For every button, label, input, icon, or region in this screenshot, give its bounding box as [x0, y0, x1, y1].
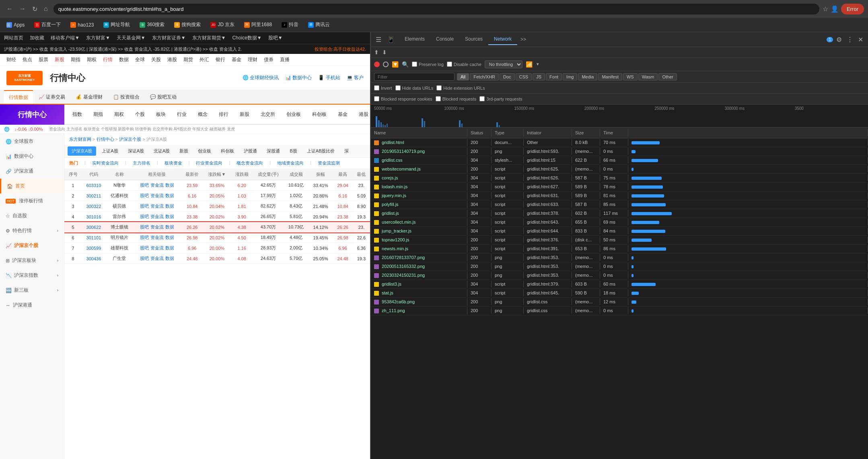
cat-forex[interactable]: 外汇 — [200, 56, 209, 63]
mc-tab-stocks[interactable]: 个股 — [131, 109, 149, 120]
hide-data-urls-checkbox[interactable] — [395, 85, 401, 91]
sidebar-hk-connect[interactable]: 🔗 沪深京通 — [0, 164, 64, 179]
back-button[interactable]: ← — [4, 4, 15, 14]
cat-focus[interactable]: 焦点 — [23, 56, 32, 63]
th-initiator[interactable]: Initiator — [524, 129, 572, 136]
mc-tab-concept[interactable]: 概念 — [194, 109, 212, 120]
address-bar[interactable] — [53, 4, 819, 14]
filter-realtime-flow[interactable]: 实时资金流向 — [92, 160, 119, 166]
cat-finance[interactable]: 财经 — [6, 56, 16, 63]
cat-hk[interactable]: 关股 — [151, 56, 161, 63]
table-row[interactable]: 5 300622 博士眼镜 股吧资金流数据 26.26 20.02% 4.38 … — [64, 222, 370, 233]
forward-button[interactable]: → — [17, 4, 28, 14]
subtab-bj-a[interactable]: 北证A股 — [150, 146, 174, 156]
devtools-close-button[interactable]: ✕ — [856, 35, 865, 44]
cell-code[interactable]: 300622 — [82, 222, 106, 233]
filter-manifest[interactable]: Manifest — [598, 73, 622, 80]
devtools-inspect-button[interactable]: ☰ — [374, 35, 383, 44]
network-filter-input[interactable] — [374, 73, 455, 81]
devtools-device-button[interactable]: 📱 — [385, 35, 397, 44]
tab-market-data[interactable]: 行情数据 — [4, 90, 33, 104]
network-row[interactable]: 953842ca6b.png 200 png gridlist.css (mem… — [371, 298, 868, 307]
disable-cache-label[interactable]: Disable cache — [447, 62, 481, 67]
cat-futures-idx[interactable]: 期指 — [71, 56, 80, 63]
bookmark-sogou[interactable]: 搜 搜狗搜索 — [172, 21, 203, 29]
filter-media[interactable]: Media — [578, 73, 597, 80]
mc-tab-options[interactable]: 期权 — [110, 109, 128, 120]
filter-ws[interactable]: WS — [623, 73, 638, 80]
th-price[interactable]: 最新价 — [181, 169, 204, 180]
portfolio-link[interactable]: 投资组合:高手日收益达42. — [315, 46, 366, 52]
th-name[interactable]: Name — [371, 129, 467, 136]
th-status[interactable]: Status — [467, 129, 492, 136]
hide-ext-urls-checkbox[interactable] — [436, 85, 442, 91]
nav-choice[interactable]: Choice数据▼ — [232, 35, 261, 41]
network-row[interactable]: 20230324150231.png 200 png gridlist.html… — [371, 271, 868, 280]
nav-futures[interactable]: 东方财富期货▼ — [192, 35, 226, 41]
third-party-label[interactable]: 3rd-party requests — [479, 96, 522, 101]
tab-more[interactable]: >> — [517, 35, 529, 44]
cat-funds[interactable]: 基金 — [232, 56, 241, 63]
link-client[interactable]: 💻 客户 — [347, 74, 364, 81]
subtab-sz-a[interactable]: 深证A股 — [124, 146, 148, 156]
cell-name[interactable]: N墩华 — [106, 180, 133, 191]
invert-checkbox[interactable] — [374, 85, 379, 91]
sidebar-watchlist[interactable]: ☆ 自选股 — [0, 208, 64, 223]
filter-all[interactable]: All — [457, 73, 469, 80]
nav-tianhong[interactable]: 天天基金网▼ — [117, 35, 146, 41]
network-row[interactable]: 20190531140719.png 200 png gridlist.html… — [371, 147, 868, 156]
network-row[interactable]: 20200513165332.png 200 png gridlist.html… — [371, 262, 868, 271]
stop-button[interactable] — [383, 62, 389, 67]
table-row[interactable]: 8 300436 广生堂 股吧资金流数据 24.48 20.00% 4.08 2… — [64, 253, 370, 264]
bookmark-apps[interactable]: ⊞ Apps — [4, 21, 27, 29]
mc-tab-industry[interactable]: 行业 — [173, 109, 191, 120]
mc-tab-index[interactable]: 指数 — [68, 109, 86, 120]
bookmark-ali[interactable]: 阿 阿里1688 — [242, 21, 274, 29]
th-amplitude[interactable]: 振幅 — [309, 169, 333, 180]
disable-cache-checkbox[interactable] — [447, 62, 452, 67]
cell-name[interactable]: 明月镜片 — [106, 233, 133, 243]
blocked-requests-label[interactable]: Blocked requests — [436, 96, 476, 101]
filter-img[interactable]: Img — [563, 73, 577, 80]
cell-code[interactable]: 300599 — [82, 243, 106, 253]
cat-data[interactable]: 数据 — [119, 56, 129, 63]
mc-tab-new-stocks[interactable]: 新股 — [236, 109, 253, 120]
mc-tab-rank[interactable]: 排行 — [215, 109, 232, 120]
cell-name[interactable]: 博士眼镜 — [106, 222, 133, 233]
table-row[interactable]: 6 301101 明月镜片 股吧资金流数据 26.98 20.02% 4.50 … — [64, 233, 370, 243]
tab-sources[interactable]: Sources — [459, 34, 488, 45]
table-row[interactable]: 3 300322 硕贝德 股吧资金流数据 10.84 20.04% 1.81 8… — [64, 201, 370, 212]
cat-hkstocks[interactable]: 港股 — [167, 56, 177, 63]
mc-tab-funds[interactable]: 基金 — [334, 109, 352, 120]
nav-home[interactable]: 网站首页 — [4, 35, 23, 41]
link-mobile[interactable]: 📱 手机站 — [318, 74, 340, 81]
cat-live[interactable]: 直播 — [280, 56, 290, 63]
th-high[interactable]: 最高 — [333, 169, 352, 180]
filter-doc[interactable]: Doc — [500, 73, 515, 80]
tab-console[interactable]: Console — [430, 34, 459, 45]
bookmark-button[interactable]: ☆ — [823, 5, 828, 13]
network-row[interactable]: jquery.min.js 304 script gridlist.html:6… — [371, 191, 868, 200]
filter-fetch[interactable]: Fetch/XHR — [470, 73, 499, 80]
tab-portfolio[interactable]: 📋 投资组合 — [108, 90, 144, 104]
cat-new-stocks[interactable]: 新股 — [55, 56, 64, 63]
tab-elements[interactable]: Elements — [399, 34, 430, 45]
nav-eastmoney[interactable]: 东方财富▼ — [86, 35, 110, 41]
nav-bookmark[interactable]: 加收藏 — [30, 35, 44, 41]
preserve-log-checkbox[interactable] — [412, 62, 417, 67]
home-button[interactable]: ⌂ — [41, 4, 50, 14]
invert-label[interactable]: Invert — [374, 85, 392, 91]
refresh-button[interactable]: ↻ — [30, 4, 40, 14]
cell-code[interactable]: 300211 — [82, 191, 106, 201]
sidebar-shenzhen-a[interactable]: 📈 沪深京个股 — [0, 238, 64, 253]
th-volume[interactable]: 成交量(手) — [253, 169, 284, 180]
cell-name[interactable]: 雷尔伟 — [106, 212, 133, 222]
subtab-b[interactable]: B股 — [286, 146, 301, 156]
network-row[interactable]: gridlist.css 304 stylesh... gridlist.htm… — [371, 156, 868, 165]
tab-funds[interactable]: 💰 基金理财 — [71, 90, 107, 104]
search-icon[interactable]: 🔍 — [402, 61, 409, 68]
subtab-sh-a[interactable]: 上证A股 — [98, 146, 122, 156]
subtab-more[interactable]: 深 — [340, 146, 353, 156]
sidebar-hksh-connect[interactable]: ↔ 沪深港通 — [0, 298, 64, 313]
bookmark-wangzhi[interactable]: 网 网址导航 — [101, 21, 132, 29]
